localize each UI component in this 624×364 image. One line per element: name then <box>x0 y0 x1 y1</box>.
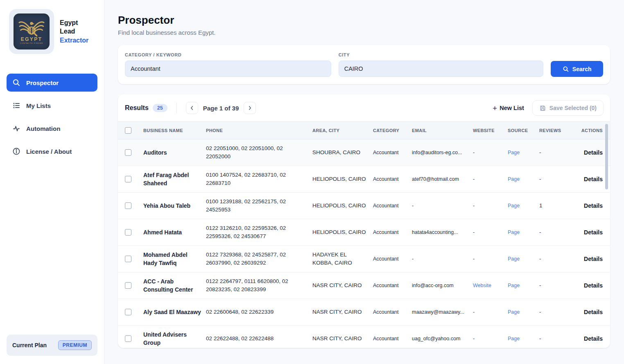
sidebar-item-label: My Lists <box>26 102 51 109</box>
business-name-cell: Aly Saad El Maazawy <box>143 304 206 320</box>
table-row: ACC - Arab Consulting Center 0122 226479… <box>118 272 610 299</box>
business-name-cell: Mohamed Abdel Hady Tawfiq <box>143 247 206 272</box>
website-link[interactable]: Website <box>473 278 508 293</box>
email-cell: atef70@hotmail.com <box>412 171 473 187</box>
sidebar-item-prospector[interactable]: Prospector <box>7 74 97 92</box>
website-link[interactable]: - <box>473 225 508 240</box>
details-button[interactable]: Details <box>579 171 604 187</box>
search-button[interactable]: Search <box>551 61 603 77</box>
table-row: Mohamed Abdel Hady Tawfiq 0122 7329368, … <box>118 246 610 272</box>
source-page-link[interactable]: Page <box>508 145 539 160</box>
website-link[interactable]: - <box>473 145 508 160</box>
sidebar-item-my-lists[interactable]: My Lists <box>7 97 97 115</box>
website-link[interactable]: - <box>473 251 508 267</box>
new-list-label: New List <box>500 105 524 111</box>
results-label: Results <box>125 104 149 112</box>
email-cell: hatata4accounting... <box>412 225 473 240</box>
area-city-cell: NASR CITY, CAIRO <box>312 330 373 347</box>
source-page-link[interactable]: Page <box>508 331 539 346</box>
plus-icon: + <box>493 104 497 112</box>
website-link[interactable]: - <box>473 304 508 320</box>
reviews-cell: - <box>539 224 579 240</box>
email-cell: - <box>412 198 473 213</box>
column-header-actions: ACTIONS <box>579 128 604 133</box>
website-link[interactable]: - <box>473 171 508 187</box>
column-header-phone: PHONE <box>206 128 312 133</box>
area-city-cell: SHOUBRA, CAIRO <box>312 144 373 161</box>
phone-cell: 02 22051000, 02 22051000, 02 22052000 <box>206 140 312 164</box>
sidebar-item-license-about[interactable]: License / About <box>7 142 97 160</box>
svg-text:EGYPT: EGYPT <box>21 36 43 42</box>
column-header-category: CATEGORY <box>373 128 412 133</box>
row-checkbox[interactable] <box>125 176 131 182</box>
details-button[interactable]: Details <box>579 277 604 294</box>
next-page-button[interactable] <box>244 102 256 114</box>
source-page-link[interactable]: Page <box>508 225 539 240</box>
sidebar-item-automation[interactable]: Automation <box>7 119 97 137</box>
search-icon <box>12 79 20 87</box>
results-count-badge: 25 <box>153 104 167 112</box>
source-page-link[interactable]: Page <box>508 251 539 267</box>
details-button[interactable]: Details <box>579 198 604 214</box>
column-header-email: EMAIL <box>412 128 473 133</box>
column-header-source: SOURCE <box>508 128 539 133</box>
current-plan-card: Current Plan PREMIUM <box>7 335 97 356</box>
city-input[interactable] <box>339 61 544 77</box>
area-city-cell: HELIOPOLIS, CAIRO <box>312 171 373 187</box>
table-row: Atef Farag Abdel Shaheed 0100 1407524, 0… <box>118 166 610 193</box>
category-input[interactable] <box>125 61 331 77</box>
source-page-link[interactable]: Page <box>508 198 539 213</box>
phone-cell: 0122 2264797, 0111 6620800, 02 20823235,… <box>206 273 312 297</box>
list-icon <box>12 101 20 110</box>
details-button[interactable]: Details <box>579 224 604 240</box>
save-selected-label: Save Selected (0) <box>549 105 597 111</box>
details-button[interactable]: Details <box>579 304 604 320</box>
table-row: Aly Saad El Maazawy 02 22600648, 02 2262… <box>118 299 610 326</box>
sidebar-item-label: Automation <box>26 125 60 132</box>
category-label: CATEGORY / KEYWORD <box>125 52 331 57</box>
area-city-cell: NASR CITY, CAIRO <box>312 304 373 320</box>
source-page-link[interactable]: Page <box>508 304 539 320</box>
new-list-button[interactable]: + New List <box>493 104 524 112</box>
source-page-link[interactable]: Page <box>508 278 539 293</box>
category-cell: Accountant <box>373 225 412 240</box>
sidebar-item-label: License / About <box>26 148 72 155</box>
sidebar: EGYPT CONTACTS FINDER Egypt Lead Extract… <box>0 0 104 364</box>
row-checkbox[interactable] <box>125 149 131 156</box>
search-panel: CATEGORY / KEYWORD CITY Search <box>118 45 610 84</box>
source-page-link[interactable]: Page <box>508 171 539 187</box>
email-cell: - <box>412 251 473 267</box>
row-checkbox[interactable] <box>125 229 131 236</box>
save-selected-button[interactable]: Save Selected (0) <box>532 100 604 116</box>
table-row: Ahmed Hatata 0122 3126210, 02 22595326, … <box>118 219 610 246</box>
app-logo: EGYPT CONTACTS FINDER <box>9 9 54 54</box>
website-link[interactable]: - <box>473 198 508 213</box>
prev-page-button[interactable] <box>186 102 198 114</box>
page-subtitle: Find local businesses across Egypt. <box>118 29 610 36</box>
row-checkbox[interactable] <box>125 282 131 289</box>
results-toolbar: Results 25 Page 1 of 39 + New List <box>118 94 610 121</box>
plan-badge: PREMIUM <box>58 340 92 350</box>
reviews-cell: - <box>539 277 579 294</box>
area-city-cell: HELIOPOLIS, CAIRO <box>312 198 373 214</box>
details-button[interactable]: Details <box>579 330 604 347</box>
details-button[interactable]: Details <box>579 144 604 161</box>
row-checkbox[interactable] <box>125 256 131 262</box>
row-checkbox[interactable] <box>125 309 131 315</box>
row-checkbox[interactable] <box>125 335 131 342</box>
website-link[interactable]: - <box>473 331 508 346</box>
select-all-checkbox[interactable] <box>125 127 131 134</box>
sidebar-item-label: Prospector <box>26 79 59 86</box>
plan-label: Current Plan <box>12 342 47 348</box>
business-name-cell: Auditors <box>143 144 206 161</box>
save-icon <box>539 105 546 112</box>
table-scrollbar[interactable] <box>605 124 608 189</box>
details-button[interactable]: Details <box>579 251 604 267</box>
row-checkbox[interactable] <box>125 202 131 209</box>
business-name-cell: United Advisers Group <box>143 326 206 348</box>
column-header-website: WEBSITE <box>473 128 508 133</box>
table-header-row: BUSINESS NAME PHONE AREA, CITY CATEGORY … <box>118 121 610 139</box>
chevron-left-icon <box>189 105 195 111</box>
reviews-cell: 1 <box>539 198 579 214</box>
sidebar-nav: Prospector My Lists Automation <box>7 74 97 160</box>
